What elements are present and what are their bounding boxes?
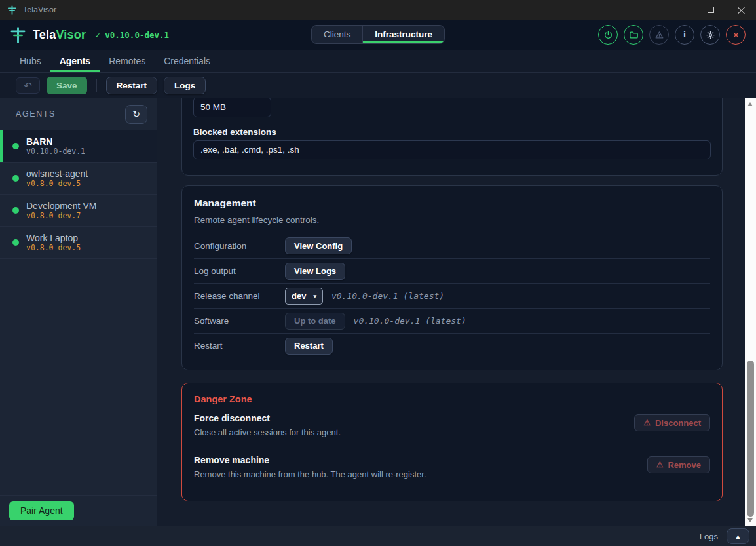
status-bar: Logs ▲ — [0, 526, 756, 546]
info-icon: i — [683, 29, 686, 40]
tab-credentials[interactable]: Credentials — [155, 50, 219, 72]
header-actions: i — [598, 25, 746, 45]
remove-machine-desc: Remove this machine from the hub. The ag… — [194, 469, 426, 480]
tab-infrastructure[interactable]: Infrastructure — [362, 26, 444, 43]
release-channel-label: Release channel — [194, 291, 285, 301]
agent-list-item-work-laptop[interactable]: Work Laptop v0.8.0-dev.5 — [0, 227, 157, 259]
online-status-dot — [12, 175, 19, 182]
warning-icon — [654, 30, 664, 40]
remove-machine-row: Remove machine Remove this machine from … — [194, 446, 710, 488]
blocked-extensions-label: Blocked extensions — [193, 127, 276, 137]
management-subtitle: Remote agent lifecycle controls. — [194, 214, 710, 225]
window-title: TelaVisor — [23, 5, 56, 14]
remove-button[interactable]: ⚠ Remove — [647, 456, 710, 473]
restart-label: Restart — [194, 341, 285, 351]
force-disconnect-desc: Close all active sessions for this agent… — [194, 427, 341, 438]
restart-row: Restart Restart — [194, 333, 710, 358]
sidebar-title: AGENTS — [16, 109, 56, 119]
transfers-card: 50 MB Blocked extensions .exe, .bat, .cm… — [181, 98, 723, 176]
danger-zone-title: Danger Zone — [194, 394, 710, 404]
tab-clients[interactable]: Clients — [312, 26, 362, 43]
power-button[interactable] — [598, 25, 618, 45]
toolbar-separator — [96, 79, 97, 92]
danger-zone-card: Danger Zone Force disconnect Close all a… — [181, 383, 723, 501]
remove-machine-label: Remove machine — [194, 455, 426, 466]
restart-agent-button[interactable]: Restart — [285, 338, 333, 355]
agent-name: BARN — [26, 136, 157, 147]
folder-icon — [629, 30, 639, 40]
mode-tabs: Clients Infrastructure — [311, 25, 445, 44]
vertical-scrollbar[interactable] — [745, 98, 756, 526]
warning-icon: ⚠ — [643, 418, 651, 427]
close-window-button[interactable] — [726, 0, 756, 20]
telavisor-logo-icon — [9, 26, 27, 44]
agent-version: v0.8.0-dev.7 — [26, 212, 157, 220]
info-button[interactable]: i — [675, 25, 694, 45]
software-row: Software Up to date v0.10.0-dev.1 (lates… — [194, 308, 710, 333]
agent-name: Work Laptop — [26, 233, 157, 243]
scrollbar-thumb[interactable] — [747, 361, 754, 517]
release-channel-value: dev — [292, 291, 306, 301]
software-note: v0.10.0-dev.1 (latest) — [354, 316, 466, 326]
max-size-input[interactable]: 50 MB — [193, 98, 271, 117]
maximize-icon — [708, 7, 714, 13]
release-channel-select[interactable]: dev ▾ — [285, 288, 323, 305]
app-caduceus-icon — [7, 5, 18, 16]
tab-remotes[interactable]: Remotes — [100, 50, 155, 72]
restart-toolbar-button[interactable]: Restart — [106, 77, 158, 94]
scroll-up-arrow-icon[interactable] — [747, 102, 753, 106]
exit-button[interactable] — [726, 25, 746, 45]
pair-agent-button[interactable]: Pair Agent — [9, 501, 74, 520]
logs-statusbar-label: Logs — [700, 532, 718, 541]
logs-toolbar-button[interactable]: Logs — [164, 77, 206, 94]
tab-hubs[interactable]: Hubs — [10, 50, 50, 72]
app-name: TelaVisor — [33, 28, 86, 42]
section-tabs: Hubs Agents Remotes Credentials — [0, 50, 756, 73]
agent-version: v0.8.0-dev.5 — [26, 244, 157, 252]
view-logs-button[interactable]: View Logs — [285, 263, 345, 280]
agents-sidebar: AGENTS ↻ BARN v0.10.0-dev.1 owlsnest-age… — [0, 98, 157, 526]
sidebar-header: AGENTS ↻ — [0, 98, 157, 130]
disconnect-button[interactable]: ⚠ Disconnect — [634, 414, 710, 431]
toolbar: ↶ Save Restart Logs — [0, 73, 756, 98]
chevron-down-icon: ▾ — [313, 293, 316, 300]
brand: TelaVisor ✓ v0.10.0-dev.1 — [9, 26, 169, 44]
force-disconnect-row: Force disconnect Close all active sessio… — [194, 404, 710, 446]
agent-detail-panel: 50 MB Blocked extensions .exe, .bat, .cm… — [158, 98, 745, 526]
management-card: Management Remote agent lifecycle contro… — [181, 185, 723, 370]
logs-panel-toggle-button[interactable]: ▲ — [727, 528, 749, 544]
save-button[interactable]: Save — [47, 77, 87, 94]
settings-button[interactable] — [700, 25, 720, 45]
agent-list-item-barn[interactable]: BARN v0.10.0-dev.1 — [0, 130, 157, 163]
configuration-row: Configuration View Config — [194, 233, 710, 258]
disconnect-button-label: Disconnect — [655, 418, 701, 428]
blocked-extensions-input[interactable]: .exe, .bat, .cmd, .ps1, .sh — [193, 140, 711, 159]
online-status-dot — [12, 143, 19, 149]
management-rows: Configuration View Config Log output Vie… — [194, 233, 710, 358]
sidebar-footer: Pair Agent — [0, 495, 157, 526]
view-config-button[interactable]: View Config — [285, 237, 352, 254]
warning-icon: ⚠ — [656, 460, 664, 469]
undo-icon: ↶ — [24, 80, 32, 92]
agent-list-item-owlsnest[interactable]: owlsnest-agent v0.8.0-dev.5 — [0, 163, 157, 195]
scroll-down-arrow-icon[interactable] — [747, 518, 753, 522]
up-arrow-icon: ▲ — [735, 533, 742, 540]
minimize-icon — [677, 10, 685, 10]
tab-agents[interactable]: Agents — [50, 50, 100, 72]
agent-list-item-development-vm[interactable]: Development VM v0.8.0-dev.7 — [0, 195, 157, 227]
folder-button[interactable] — [624, 25, 643, 45]
alerts-button[interactable] — [649, 25, 669, 45]
configuration-label: Configuration — [194, 241, 285, 251]
app-version-badge: ✓ v0.10.0-dev.1 — [95, 30, 169, 40]
undo-button[interactable]: ↶ — [16, 77, 40, 94]
release-channel-row: Release channel dev ▾ v0.10.0-dev.1 (lat… — [194, 283, 710, 308]
remove-button-label: Remove — [668, 460, 701, 470]
force-disconnect-text: Force disconnect Close all active sessio… — [194, 413, 341, 438]
refresh-agents-button[interactable]: ↻ — [125, 105, 147, 124]
minimize-button[interactable] — [666, 0, 696, 20]
power-icon — [603, 30, 613, 40]
online-status-dot — [12, 239, 19, 246]
maximize-button[interactable] — [696, 0, 726, 20]
release-channel-note: v0.10.0-dev.1 (latest) — [331, 291, 444, 301]
agent-version: v0.8.0-dev.5 — [26, 180, 157, 188]
